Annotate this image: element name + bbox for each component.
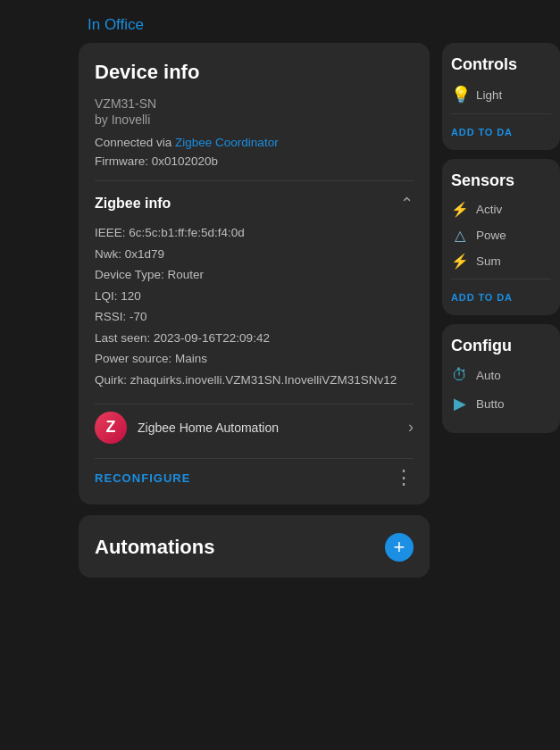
zigbee-logo: Z bbox=[95, 412, 127, 444]
device-type-row: Device Type: Router bbox=[95, 266, 414, 284]
card-footer: RECONFIGURE ⋮ bbox=[95, 458, 414, 490]
reconfigure-button[interactable]: RECONFIGURE bbox=[95, 466, 191, 490]
device-info-card: Device info VZM31-SN by Inovelli Connect… bbox=[79, 43, 430, 504]
right-panel: Controls 💡 Light ADD TO DA Sensors ⚡ Act… bbox=[442, 43, 560, 750]
sensor-item-active: ⚡ Activ bbox=[451, 201, 551, 218]
rssi-row: RSSI: -70 bbox=[95, 308, 414, 326]
add-automation-button[interactable]: + bbox=[385, 533, 414, 562]
zigbee-cluster-chevron-icon: › bbox=[408, 418, 414, 437]
zigbee-collapse-icon[interactable]: ⌃ bbox=[400, 194, 414, 213]
sensor-item-power: △ Powe bbox=[451, 227, 551, 244]
last-seen-row: Last seen: 2023-09-16T22:09:42 bbox=[95, 329, 414, 347]
content-area: Device info VZM31-SN by Inovelli Connect… bbox=[0, 43, 560, 750]
configure-item-butto: ▶ Butto bbox=[451, 394, 551, 413]
automations-title: Automations bbox=[95, 536, 214, 559]
connected-via-prefix: Connected via bbox=[95, 136, 175, 149]
zigbee-section-title: Zigbee info bbox=[95, 196, 171, 212]
breadcrumb: In Office bbox=[0, 0, 560, 43]
controls-add-to-da-button[interactable]: ADD TO DA bbox=[451, 121, 513, 139]
timer-icon: ⏱ bbox=[451, 366, 469, 385]
more-options-icon[interactable]: ⋮ bbox=[394, 466, 414, 489]
zigbee-cluster-left: Z Zigbee Home Automation bbox=[95, 412, 279, 444]
zigbee-cluster-name: Zigbee Home Automation bbox=[138, 421, 279, 435]
settings-icon: ▶ bbox=[451, 394, 469, 413]
page-wrapper: In Office Device info VZM31-SN by Inovel… bbox=[0, 0, 560, 750]
sensor-active-label: Activ bbox=[476, 203, 502, 216]
zigbee-coordinator-link[interactable]: Zigbee Coordinator bbox=[175, 136, 279, 149]
sensors-title: Sensors bbox=[451, 171, 551, 190]
quirk-row: Quirk: zhaquirks.inovelli.VZM31SN.Inovel… bbox=[95, 371, 414, 389]
triangle-up-icon: △ bbox=[451, 227, 469, 244]
sensor-power-label: Powe bbox=[476, 229, 506, 242]
controls-card: Controls 💡 Light ADD TO DA bbox=[442, 43, 560, 150]
bolt-icon-active: ⚡ bbox=[451, 201, 469, 218]
sensors-add-to-da-button[interactable]: ADD TO DA bbox=[451, 287, 513, 304]
light-bulb-icon: 💡 bbox=[451, 85, 469, 104]
device-brand: by Inovelli bbox=[95, 112, 414, 127]
sensors-divider bbox=[451, 279, 551, 279]
ieee-row: IEEE: 6c:5c:b1:ff:fe:5d:f4:0d bbox=[95, 224, 414, 242]
sensor-item-sum: ⚡ Sum bbox=[451, 253, 551, 270]
breadcrumb-link[interactable]: In Office bbox=[88, 16, 144, 33]
power-source-row: Power source: Mains bbox=[95, 350, 414, 368]
controls-divider bbox=[451, 113, 551, 114]
controls-title: Controls bbox=[451, 55, 551, 74]
firmware-label: Firmware: 0x0102020b bbox=[95, 154, 414, 168]
configure-card: Configu ⏱ Auto ▶ Butto bbox=[442, 324, 560, 433]
configure-auto-label: Auto bbox=[476, 369, 501, 382]
lqi-row: LQI: 120 bbox=[95, 288, 414, 305]
automations-card: Automations + bbox=[79, 515, 430, 578]
controls-item-light: 💡 Light bbox=[451, 85, 551, 104]
left-panel: Device info VZM31-SN by Inovelli Connect… bbox=[0, 43, 442, 750]
configure-item-auto: ⏱ Auto bbox=[451, 366, 551, 385]
configure-title: Configu bbox=[451, 337, 551, 355]
zigbee-section-header: Zigbee info ⌃ bbox=[95, 180, 414, 213]
sensors-card: Sensors ⚡ Activ △ Powe ⚡ Sum ADD TO DA bbox=[442, 159, 560, 315]
configure-butto-label: Butto bbox=[476, 397, 505, 411]
bolt-icon-sum: ⚡ bbox=[451, 253, 469, 270]
nwk-row: Nwk: 0x1d79 bbox=[95, 246, 414, 263]
device-model: VZM31-SN bbox=[95, 96, 414, 111]
device-info-title: Device info bbox=[95, 61, 414, 84]
connected-via: Connected via Zigbee Coordinator bbox=[95, 136, 414, 149]
sensor-sum-label: Sum bbox=[476, 254, 501, 268]
zigbee-cluster-row[interactable]: Z Zigbee Home Automation › bbox=[95, 404, 414, 451]
controls-item-light-label: Light bbox=[476, 88, 502, 102]
